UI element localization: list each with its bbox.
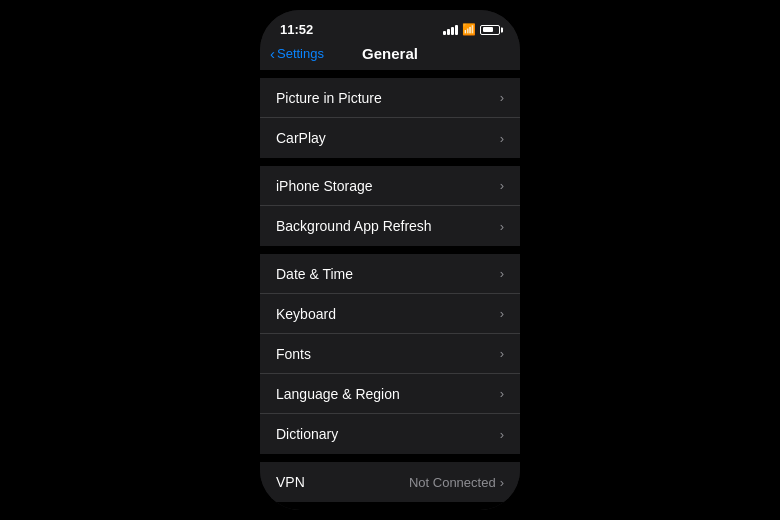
cell-right: › [500,131,504,146]
cell-right: › [500,306,504,321]
chevron-right-icon: › [500,427,504,442]
back-button[interactable]: ‹ Settings [270,45,324,62]
cell-label-keyboard: Keyboard [276,306,336,322]
back-label: Settings [277,46,324,61]
cell-right: › [500,386,504,401]
cell-right: › [500,90,504,105]
list-item[interactable]: Background App Refresh › [260,206,520,246]
scroll-content[interactable]: Picture in Picture › CarPlay › iPhone St… [260,70,520,510]
cell-label-carplay: CarPlay [276,130,326,146]
chevron-right-icon: › [500,386,504,401]
cell-label-date-time: Date & Time [276,266,353,282]
cell-label-vpn: VPN [276,474,305,490]
section-pip-carplay: Picture in Picture › CarPlay › [260,78,520,158]
status-bar: 11:52 📶 [260,10,520,41]
list-item[interactable]: VPN Not Connected › [260,462,520,502]
list-item[interactable]: CarPlay › [260,118,520,158]
chevron-right-icon: › [500,219,504,234]
chevron-right-icon: › [500,178,504,193]
cell-label-picture-in-picture: Picture in Picture [276,90,382,106]
list-item[interactable]: Date & Time › [260,254,520,294]
section-vpn: VPN Not Connected › [260,462,520,502]
cell-right: › [500,346,504,361]
nav-header: ‹ Settings General [260,41,520,70]
status-time: 11:52 [280,22,313,37]
battery-icon [480,25,500,35]
section-datetime-group: Date & Time › Keyboard › Fonts › Languag… [260,254,520,454]
chevron-right-icon: › [500,266,504,281]
cell-right: › [500,427,504,442]
cell-right: › [500,178,504,193]
section-storage-refresh: iPhone Storage › Background App Refresh … [260,166,520,246]
chevron-right-icon: › [500,90,504,105]
list-item[interactable]: Picture in Picture › [260,78,520,118]
cell-label-iphone-storage: iPhone Storage [276,178,373,194]
phone-frame: 11:52 📶 ‹ Settings General Picture in [260,10,520,510]
chevron-right-icon: › [500,475,504,490]
chevron-right-icon: › [500,346,504,361]
cell-label-background-app-refresh: Background App Refresh [276,218,432,234]
list-item[interactable]: Keyboard › [260,294,520,334]
chevron-right-icon: › [500,306,504,321]
back-chevron-icon: ‹ [270,45,275,62]
page-title: General [362,45,418,62]
list-item[interactable]: Fonts › [260,334,520,374]
cell-right: › [500,219,504,234]
signal-icon [443,25,458,35]
list-item[interactable]: iPhone Storage › [260,166,520,206]
cell-label-language-region: Language & Region [276,386,400,402]
status-icons: 📶 [443,23,500,36]
list-item[interactable]: Dictionary › [260,414,520,454]
cell-right: › [500,266,504,281]
wifi-icon: 📶 [462,23,476,36]
cell-label-dictionary: Dictionary [276,426,338,442]
vpn-status: Not Connected [409,475,496,490]
list-item[interactable]: Language & Region › [260,374,520,414]
cell-label-fonts: Fonts [276,346,311,362]
cell-right: Not Connected › [409,475,504,490]
chevron-right-icon: › [500,131,504,146]
